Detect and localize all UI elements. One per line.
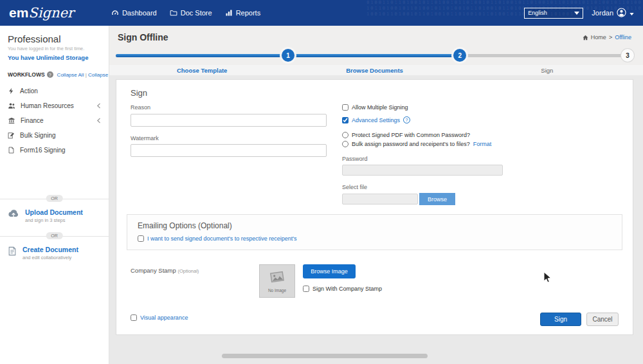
watermark-input[interactable] xyxy=(131,144,327,157)
bulk-assign-label: Bulk assign password and receipent's to … xyxy=(352,141,470,147)
protect-pdf-label: Protect Signed PDF with Common Password? xyxy=(352,132,470,138)
or-divider: OR xyxy=(0,236,109,237)
upload-document-action[interactable]: Upload Document and sign in 3 steps xyxy=(0,206,109,228)
password-input[interactable] xyxy=(342,165,503,176)
page-header: Sign Offline Home > Offline xyxy=(116,26,633,46)
visual-appearance-checkbox[interactable] xyxy=(131,314,137,321)
sidebar-item-form16-signing[interactable]: Form16 Signing xyxy=(0,143,109,158)
main-content: Sign Offline Home > Offline 1 2 3 Choose… xyxy=(109,26,643,364)
reason-label: Reason xyxy=(131,104,327,111)
no-image-icon xyxy=(269,270,285,287)
login-note: You have logged in for the first time. xyxy=(8,46,101,51)
nav-reports[interactable]: Reports xyxy=(225,9,261,17)
sidebar-item-label: Bulk Signing xyxy=(20,132,56,139)
sidebar-item-label: Human Resources xyxy=(21,102,74,109)
workflows-help-icon[interactable]: ? xyxy=(47,71,53,78)
horizontal-scrollbar-thumb[interactable] xyxy=(222,354,428,358)
nav-dashboard[interactable]: Dashboard xyxy=(111,9,157,17)
create-document-icon xyxy=(8,246,17,259)
nav-label: Reports xyxy=(236,9,261,17)
step-1-label[interactable]: Choose Template xyxy=(116,67,288,74)
nav-label: Dashboard xyxy=(122,9,157,17)
or-badge: OR xyxy=(46,232,63,239)
chevron-left-icon xyxy=(96,103,101,109)
breadcrumb: Home > Offline xyxy=(583,34,631,41)
top-navigation: Dashboard Doc Store Reports xyxy=(111,9,260,17)
select-file-input[interactable] xyxy=(342,194,418,205)
advanced-settings-help-icon[interactable]: ? xyxy=(403,116,410,123)
logo-text-signer: Signer xyxy=(28,5,74,21)
home-icon xyxy=(583,35,588,41)
workflows-header: WORKFLOWS ? Collapse All | Collapse xyxy=(0,71,109,78)
app-logo[interactable]: emSigner xyxy=(9,5,74,21)
stepper-labels: Choose Template Browse Documents Sign xyxy=(109,65,643,75)
plan-name: Professional xyxy=(8,33,101,44)
language-select[interactable]: English xyxy=(524,8,583,19)
no-image-text: No Image xyxy=(268,288,286,293)
sidebar-item-bulk-signing[interactable]: Bulk Signing xyxy=(0,128,109,143)
workflows-label: WORKFLOWS xyxy=(8,71,45,78)
browse-file-button[interactable]: Browse xyxy=(419,193,455,205)
sidebar-item-action[interactable]: Action xyxy=(0,84,109,98)
bulk-assign-radio[interactable] xyxy=(342,141,349,147)
allow-multiple-signing-checkbox[interactable] xyxy=(342,104,349,111)
bulk-signing-icon xyxy=(8,132,15,139)
doc-store-icon xyxy=(170,9,177,17)
links-divider: | xyxy=(86,72,87,78)
create-document-title: Create Document xyxy=(23,246,78,253)
human-resources-icon xyxy=(8,102,15,109)
send-signed-documents-checkbox[interactable] xyxy=(138,235,144,242)
password-label: Password xyxy=(342,156,619,162)
select-file-label: Select file xyxy=(342,184,619,190)
nav-label: Doc Store xyxy=(181,9,212,17)
sign-section-title: Sign xyxy=(131,88,619,98)
advanced-settings-checkbox[interactable] xyxy=(342,117,349,123)
step-2-circle[interactable]: 2 xyxy=(453,49,466,62)
step-1-circle[interactable]: 1 xyxy=(282,49,294,62)
create-document-action[interactable]: Create Document and edit collaboratively xyxy=(0,243,109,266)
page-title: Sign Offline xyxy=(118,32,168,42)
topbar-right: English Jordan xyxy=(524,8,634,19)
upload-document-icon xyxy=(8,208,19,221)
company-stamp-section: Company Stamp (Optional) No Image Browse… xyxy=(131,264,619,298)
storage-note-link[interactable]: You have Unlimited Storage xyxy=(8,54,101,61)
sidebar-item-label: Action xyxy=(20,87,38,95)
sign-with-company-stamp-checkbox[interactable] xyxy=(303,286,309,292)
chevron-left-icon xyxy=(96,118,101,123)
stamp-image-placeholder: No Image xyxy=(259,264,295,298)
avatar-icon xyxy=(617,8,626,19)
sidebar-item-finance[interactable]: Finance xyxy=(0,113,109,128)
browse-image-button[interactable]: Browse Image xyxy=(303,264,356,278)
nav-doc-store[interactable]: Doc Store xyxy=(170,9,212,17)
upload-document-subtitle: and sign in 3 steps xyxy=(25,217,83,223)
company-stamp-label: Company Stamp xyxy=(131,267,176,274)
user-menu[interactable]: Jordan xyxy=(592,8,634,19)
form16-signing-icon xyxy=(8,147,15,154)
visual-appearance-label: Visual appearance xyxy=(140,314,188,321)
allow-multiple-signing-label: Allow Multiple Signing xyxy=(352,104,408,111)
step-3-label[interactable]: Sign xyxy=(461,67,633,74)
emailing-options-title: Emailing Options (Optional) xyxy=(138,221,611,230)
protect-pdf-radio[interactable] xyxy=(342,132,349,138)
sidebar-item-human-resources[interactable]: Human Resources xyxy=(0,98,109,113)
watermark-label: Watermark xyxy=(131,135,327,141)
dashboard-icon xyxy=(111,9,119,17)
card-footer: Sign Cancel xyxy=(540,313,619,326)
or-badge: OR xyxy=(46,195,63,202)
send-signed-documents-label: I want to send signed document's to resp… xyxy=(147,235,297,242)
format-link[interactable]: Format xyxy=(473,141,492,147)
reason-input[interactable] xyxy=(131,114,327,127)
sign-button[interactable]: Sign xyxy=(540,313,581,326)
breadcrumb-home[interactable]: Home xyxy=(591,34,606,41)
step-2-label[interactable]: Browse Documents xyxy=(288,67,460,74)
step-3-circle[interactable]: 3 xyxy=(621,49,634,62)
collapse-all-link[interactable]: Collapse All xyxy=(57,72,84,78)
reports-icon xyxy=(225,9,233,17)
sign-offline-card: Sign Reason Watermark Allow Multiple Sig… xyxy=(116,79,633,335)
collapse-link[interactable]: Collapse xyxy=(88,72,108,78)
logo-text-em: em xyxy=(9,5,28,20)
cancel-button[interactable]: Cancel xyxy=(586,313,619,326)
sidebar-item-label: Finance xyxy=(21,117,44,124)
action-icon xyxy=(8,87,15,95)
app-window: 0100110110100101101001011010010110100101… xyxy=(0,0,643,364)
